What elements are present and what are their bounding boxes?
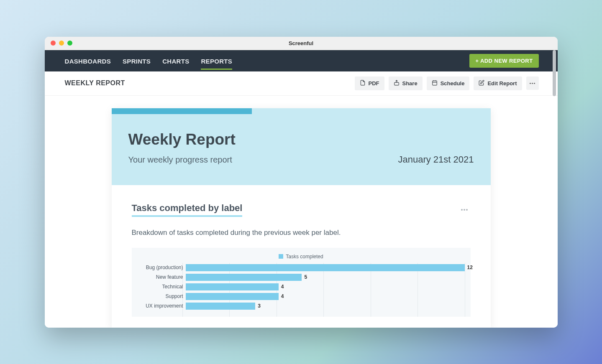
chart-bar-track: 3 [186, 303, 465, 310]
section-description: Breakdown of tasks completed during the … [132, 229, 471, 237]
content-area: Weekly Report Your weekly progress repor… [45, 96, 558, 328]
chart-bar [186, 274, 302, 281]
share-icon [394, 80, 400, 87]
more-actions-button[interactable] [526, 76, 539, 90]
chart-category-label: Bug (production) [138, 265, 186, 270]
report-body: Tasks completed by label Breakdown of ta… [112, 185, 491, 317]
chart-value-label: 4 [281, 293, 284, 299]
nav-sprints[interactable]: SPRINTS [123, 51, 151, 70]
chart-row: Support4 [138, 292, 465, 301]
chart-rows: Bug (production)12New feature5Technical4… [138, 263, 465, 311]
chart-row: Bug (production)12 [138, 263, 465, 272]
chart-category-label: UX improvement [138, 303, 186, 309]
chart-bar-track: 5 [186, 274, 465, 281]
chart-bar-track: 4 [186, 283, 465, 290]
chart-value-label: 4 [281, 284, 284, 290]
report-card: Weekly Report Your weekly progress repor… [112, 108, 491, 328]
share-button[interactable]: Share [389, 76, 423, 90]
pdf-button[interactable]: PDF [355, 76, 384, 90]
report-date: January 21st 2021 [398, 154, 474, 165]
svg-rect-0 [394, 82, 399, 85]
chart-category-label: New feature [138, 274, 186, 280]
calendar-icon [432, 80, 438, 87]
report-subtitle: Your weekly progress report [128, 155, 232, 165]
chart-bar [186, 283, 279, 290]
scrollbar-thumb[interactable] [553, 50, 556, 96]
schedule-button[interactable]: Schedule [427, 76, 470, 90]
chart-row: Technical4 [138, 282, 465, 292]
report-header: Weekly Report Your weekly progress repor… [112, 108, 491, 185]
report-title: Weekly Report [128, 131, 474, 148]
page-title: WEEKLY REPORT [65, 79, 125, 87]
add-new-report-button[interactable]: + ADD NEW REPORT [469, 54, 538, 68]
edit-report-button[interactable]: Edit Report [474, 76, 522, 90]
chart-bar-track: 4 [186, 293, 465, 300]
window-title: Screenful [45, 40, 558, 46]
traffic-lights [45, 41, 72, 46]
chart-bar [186, 293, 279, 300]
subheader: WEEKLY REPORT PDF Share Schedule [45, 71, 558, 96]
app-window: Screenful DASHBOARDS SPRINTS CHARTS REPO… [45, 37, 558, 328]
app-body: DASHBOARDS SPRINTS CHARTS REPORTS + ADD … [45, 50, 558, 328]
chart: Tasks completed Bug (production)12New fe… [132, 248, 471, 317]
chart-bar [186, 303, 256, 310]
edit-icon [479, 80, 484, 87]
pdf-label: PDF [369, 80, 379, 87]
more-icon [530, 83, 535, 84]
chart-bar-track: 12 [186, 264, 465, 271]
close-window-button[interactable] [51, 41, 56, 46]
main-nav: DASHBOARDS SPRINTS CHARTS REPORTS + ADD … [45, 50, 558, 71]
nav-dashboards[interactable]: DASHBOARDS [65, 51, 111, 70]
section-more-button[interactable] [458, 203, 471, 216]
chart-value-label: 5 [304, 274, 307, 280]
chart-row: UX improvement3 [138, 301, 465, 311]
chart-value-label: 3 [258, 303, 261, 309]
nav-reports[interactable]: REPORTS [201, 51, 232, 70]
share-label: Share [402, 80, 418, 87]
file-icon [360, 80, 366, 87]
chart-value-label: 12 [467, 265, 473, 270]
legend-swatch [279, 254, 283, 259]
chart-bar [186, 264, 465, 271]
section-title: Tasks completed by label [132, 203, 243, 217]
titlebar: Screenful [45, 37, 558, 50]
edit-label: Edit Report [487, 80, 517, 87]
legend-label: Tasks completed [286, 254, 323, 260]
chart-category-label: Technical [138, 284, 186, 290]
accent-strip [112, 108, 252, 114]
chart-legend: Tasks completed [138, 254, 465, 260]
chart-row: New feature5 [138, 272, 465, 282]
minimize-window-button[interactable] [59, 41, 64, 46]
svg-rect-1 [432, 81, 437, 85]
maximize-window-button[interactable] [67, 41, 72, 46]
chart-category-label: Support [138, 293, 186, 299]
more-icon [461, 209, 468, 211]
schedule-label: Schedule [441, 80, 465, 87]
nav-charts[interactable]: CHARTS [162, 51, 189, 70]
